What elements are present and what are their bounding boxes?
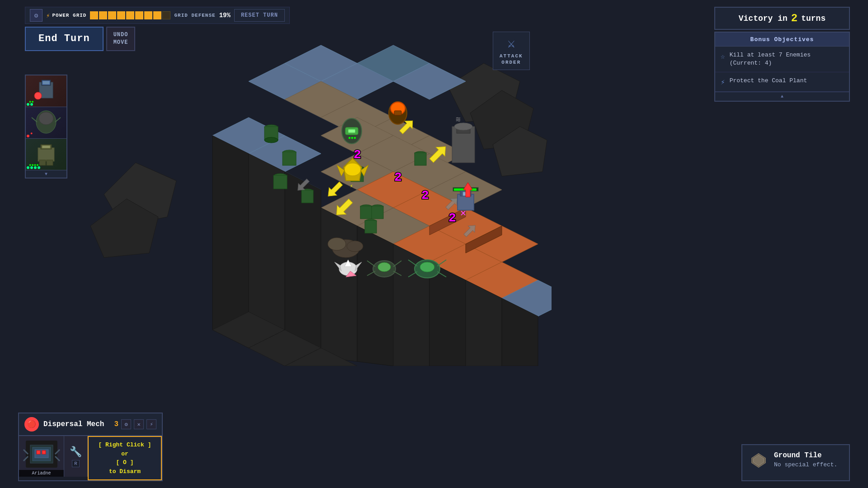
undo-move-button[interactable]: UNDOMOVE bbox=[106, 27, 136, 51]
end-turn-button[interactable]: End Turn bbox=[25, 27, 104, 51]
svg-text:⚡: ⚡ bbox=[350, 183, 353, 189]
badge-gear-icon: ⚙ bbox=[124, 421, 127, 428]
unit-num-badge: 3 bbox=[114, 420, 118, 428]
svg-rect-160 bbox=[37, 450, 40, 454]
unit-badges: 3 ⚙ ✕ ⚡ bbox=[114, 419, 156, 429]
attack-order-label: ATTACK ORDER bbox=[500, 53, 523, 66]
unit-portrait-label: Ariadne bbox=[19, 470, 64, 477]
svg-text:●●●: ●●● bbox=[348, 136, 356, 141]
victory-bar: Victory in 2 turns bbox=[714, 7, 850, 30]
bottom-buttons-row: End Turn UNDOMOVE bbox=[25, 27, 290, 51]
ind-dot-2 bbox=[30, 103, 33, 106]
svg-rect-75 bbox=[302, 190, 313, 203]
unit-actions-row: Ariadne 🔧 R [ Right Click ] or [ O ] to … bbox=[18, 435, 163, 481]
portrait-2-indicator bbox=[27, 135, 29, 137]
portrait-bg-3: ●●●● bbox=[26, 139, 66, 170]
ind-dot-3d bbox=[38, 166, 40, 169]
unit-badge-x: ✕ bbox=[134, 419, 144, 429]
portrait-item-3[interactable]: ●●●● bbox=[26, 139, 66, 170]
grid-defense-label: GRID DEFENSE bbox=[174, 13, 215, 18]
svg-text:2: 2 bbox=[421, 188, 429, 202]
svg-marker-54 bbox=[321, 208, 357, 361]
svg-rect-146 bbox=[38, 148, 54, 161]
power-seg-5 bbox=[126, 11, 134, 19]
bonus-header-text: Bonus Objectives bbox=[750, 36, 814, 43]
svg-point-101 bbox=[344, 163, 361, 176]
character-portraits: ●● ● bbox=[25, 75, 67, 178]
svg-text:●: ● bbox=[30, 131, 33, 136]
svg-rect-77 bbox=[360, 206, 372, 219]
wrench-icon: 🔧 bbox=[70, 446, 82, 458]
svg-rect-161 bbox=[42, 450, 46, 454]
ind-dot-3a bbox=[27, 166, 29, 169]
svg-point-116 bbox=[378, 263, 391, 272]
svg-rect-99 bbox=[394, 111, 401, 115]
lightning-bonus-icon: ⚡ bbox=[721, 78, 725, 87]
unit-name: Dispersal Mech bbox=[43, 420, 104, 428]
power-seg-9 bbox=[162, 11, 170, 19]
game-board-svg: ≋ bbox=[77, 14, 552, 366]
star-icon: ☆ bbox=[721, 52, 725, 61]
svg-marker-57 bbox=[429, 262, 466, 366]
unit-badge-lightning: ⚡ bbox=[146, 419, 156, 429]
bonus-header: Bonus Objectives bbox=[715, 33, 849, 47]
svg-rect-83 bbox=[415, 153, 426, 165]
bonus-text-1: Kill at least 7 Enemies (Current: 4) bbox=[730, 51, 844, 67]
unit-action-wrench[interactable]: 🔧 R bbox=[64, 436, 88, 477]
portrait-item-2[interactable]: ● bbox=[26, 107, 66, 139]
top-right-panel: Victory in 2 turns Bonus Objectives ☆ Ki… bbox=[714, 7, 850, 102]
svg-rect-149 bbox=[39, 160, 46, 165]
power-seg-3 bbox=[108, 11, 116, 19]
action-key-r: R bbox=[72, 460, 80, 467]
unit-header: 🔴 Dispersal Mech 3 ⚙ ✕ ⚡ bbox=[18, 413, 163, 435]
top-hud: ⚙ ⚡ POWER GRID GRID DEFENSE 19% RESET TU… bbox=[25, 7, 290, 51]
settings-button[interactable]: ⚙ bbox=[30, 9, 42, 22]
unit-tooltip-box: [ Right Click ] or [ O ] to Disarm bbox=[88, 436, 162, 480]
tile-name: Ground Tile bbox=[774, 451, 842, 460]
power-seg-7 bbox=[144, 11, 152, 19]
ind-dot-red bbox=[27, 135, 29, 137]
svg-rect-73 bbox=[274, 175, 287, 189]
svg-text:2: 2 bbox=[448, 211, 456, 225]
svg-rect-150 bbox=[47, 160, 53, 165]
power-grid-label: ⚡ POWER GRID bbox=[46, 12, 86, 19]
tile-icon bbox=[750, 451, 768, 474]
power-seg-2 bbox=[99, 11, 107, 19]
unit-icon-emoji: 🔴 bbox=[27, 420, 36, 429]
attack-order-icon: ⚔ bbox=[507, 36, 515, 51]
svg-rect-81 bbox=[365, 221, 377, 233]
attack-order-panel: ⚔ ATTACK ORDER bbox=[493, 32, 530, 70]
undo-move-label: UNDOMOVE bbox=[113, 32, 128, 46]
victory-number: 2 bbox=[791, 12, 797, 24]
portrait-scroll-indicator[interactable]: ▼ bbox=[26, 170, 66, 178]
power-segments bbox=[90, 11, 170, 19]
power-seg-1 bbox=[90, 11, 98, 19]
unit-tooltip-text: [ Right Click ] or [ O ] to Disarm bbox=[98, 441, 151, 476]
bonus-objectives-panel: Bonus Objectives ☆ Kill at least 7 Enemi… bbox=[714, 32, 850, 102]
svg-point-139 bbox=[34, 92, 42, 99]
portrait-item-1[interactable]: ●● bbox=[26, 75, 66, 107]
unit-badge-gear: ⚙ bbox=[121, 419, 131, 429]
bonus-item-2: ⚡ Protect the Coal Plant bbox=[715, 72, 849, 92]
svg-point-134 bbox=[328, 238, 346, 250]
power-seg-6 bbox=[135, 11, 143, 19]
bonus-text-2: Protect the Coal Plant bbox=[730, 77, 807, 85]
svg-text:2: 2 bbox=[394, 170, 402, 184]
ind-dot-1 bbox=[27, 103, 29, 106]
unit-info-panel: 🔴 Dispersal Mech 3 ⚙ ✕ ⚡ bbox=[18, 413, 163, 481]
svg-rect-148 bbox=[42, 145, 50, 148]
svg-rect-71 bbox=[283, 152, 296, 165]
power-seg-4 bbox=[117, 11, 125, 19]
victory-suffix: turns bbox=[801, 14, 826, 23]
defense-percentage: 19% bbox=[219, 12, 231, 19]
badge-x-icon: ✕ bbox=[137, 421, 140, 428]
portrait-bg-2: ● bbox=[26, 107, 66, 138]
scroll-up-button[interactable]: ▲ bbox=[715, 92, 849, 101]
badge-lightning-icon: ⚡ bbox=[150, 421, 153, 428]
lightning-icon: ⚡ bbox=[46, 12, 50, 19]
portrait-1-indicator bbox=[27, 103, 33, 106]
reset-turn-button[interactable]: RESET TURN bbox=[234, 9, 285, 22]
svg-rect-79 bbox=[372, 206, 383, 219]
svg-point-122 bbox=[420, 262, 434, 272]
unit-portrait-large[interactable]: Ariadne bbox=[19, 436, 64, 477]
